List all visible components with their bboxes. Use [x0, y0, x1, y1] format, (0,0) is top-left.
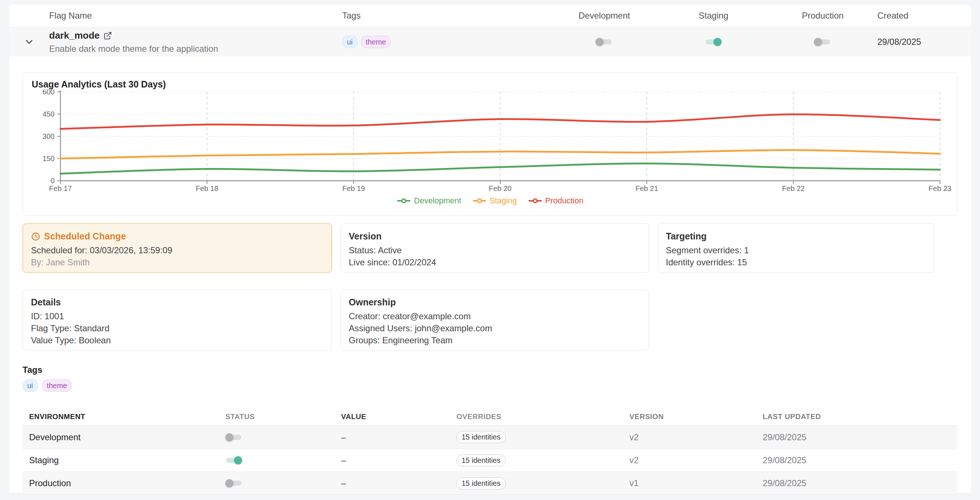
environment-table-header: ENVIRONMENT STATUS VALUE OVERRIDES VERSI…: [22, 408, 958, 426]
legend-label: Development: [414, 196, 461, 206]
flag-row[interactable]: dark_mode Enable dark mode theme for the…: [9, 27, 971, 56]
legend-item-staging[interactable]: Staging: [472, 196, 517, 206]
header-overrides: OVERRIDES: [457, 412, 629, 421]
legend-marker: [396, 198, 411, 203]
env-version: v2: [629, 432, 763, 442]
chevron-down-icon[interactable]: [24, 37, 35, 47]
ownership-creator: Creator: creator@example.com: [349, 311, 641, 321]
svg-text:Feb 18: Feb 18: [196, 184, 218, 192]
header-status: STATUS: [225, 412, 341, 421]
env-version: v1: [629, 478, 763, 488]
ownership-groups: Groups: Engineering Team: [349, 335, 641, 345]
env-value: –: [341, 478, 457, 488]
version-live-since: Live since: 01/02/2024: [349, 257, 641, 267]
legend-marker: [528, 198, 542, 203]
clock-icon: [31, 232, 40, 241]
env-value: –: [341, 432, 457, 442]
svg-text:150: 150: [43, 155, 55, 163]
external-link-icon[interactable]: [103, 31, 112, 40]
env-name: Production: [22, 478, 225, 488]
column-flag-name: Flag Name: [49, 11, 342, 21]
tag-ui[interactable]: ui: [342, 36, 358, 48]
header-value: VALUE: [341, 412, 457, 421]
legend-item-production[interactable]: Production: [528, 196, 584, 206]
chart-title: Usage Analytics (Last 30 Days): [32, 79, 948, 89]
table-row-production: Production – 15 identities v1 29/08/2025: [22, 471, 958, 495]
column-production: Production: [768, 11, 877, 21]
version-card: Version Status: Active Live since: 01/02…: [340, 224, 649, 273]
targeting-card: Targeting Segment overrides: 1 Identity …: [657, 224, 934, 273]
svg-text:Feb 17: Feb 17: [49, 184, 72, 192]
svg-text:300: 300: [43, 132, 55, 140]
legend-label: Staging: [490, 196, 517, 206]
tags-section: Tags ui theme: [22, 365, 958, 392]
chart-legend: DevelopmentStagingProduction: [32, 196, 948, 206]
flag-name: dark_mode: [49, 30, 100, 41]
env-value: –: [341, 455, 457, 465]
legend-marker: [472, 198, 487, 203]
legend-label: Production: [545, 196, 584, 206]
column-created: Created: [877, 11, 971, 21]
scheduled-change-card: Scheduled Change Scheduled for: 03/03/20…: [22, 224, 332, 273]
svg-text:Feb 19: Feb 19: [342, 184, 365, 192]
details-title: Details: [31, 297, 324, 308]
env-name: Staging: [22, 455, 225, 465]
ownership-assigned-users: Assigned Users: john@example.com: [349, 323, 641, 333]
toggle-staging[interactable]: [705, 37, 722, 46]
identity-overrides: Identity overrides: 15: [666, 257, 926, 267]
scheduled-for: Scheduled for: 03/03/2026, 13:59:09: [31, 245, 324, 255]
env-name: Development: [22, 432, 225, 442]
svg-text:600: 600: [43, 89, 55, 96]
created-date: 29/08/2025: [877, 37, 921, 46]
toggle-production[interactable]: [814, 37, 832, 46]
column-staging: Staging: [659, 11, 768, 21]
scheduled-change-title: Scheduled Change: [44, 231, 126, 241]
ownership-title: Ownership: [349, 297, 641, 308]
details-card: Details ID: 1001 Flag Type: Standard Val…: [22, 289, 332, 351]
tag-theme[interactable]: theme: [361, 36, 391, 48]
header-last-updated: LAST UPDATED: [763, 412, 958, 421]
version-status: Status: Active: [349, 245, 641, 255]
legend-item-development[interactable]: Development: [396, 196, 461, 206]
column-development: Development: [550, 11, 659, 21]
version-title: Version: [349, 231, 641, 241]
svg-text:Feb 23: Feb 23: [929, 184, 951, 192]
details-value-type: Value Type: Boolean: [31, 335, 324, 345]
overrides-badge[interactable]: 15 identities: [457, 478, 506, 489]
flag-table-header: Flag Name Tags Development Staging Produ…: [9, 4, 971, 27]
targeting-title: Targeting: [666, 231, 926, 241]
environment-table: ENVIRONMENT STATUS VALUE OVERRIDES VERSI…: [22, 408, 958, 495]
header-version: VERSION: [629, 412, 763, 421]
tag-theme[interactable]: theme: [42, 379, 72, 392]
svg-text:Feb 21: Feb 21: [636, 184, 658, 192]
svg-text:450: 450: [43, 110, 55, 118]
details-id: ID: 1001: [31, 311, 324, 321]
status-toggle-production[interactable]: [225, 479, 243, 488]
table-row-development: Development – 15 identities v2 29/08/202…: [22, 426, 958, 449]
svg-text:Feb 20: Feb 20: [489, 184, 511, 192]
env-last-updated: 29/08/2025: [763, 478, 958, 488]
toggle-development[interactable]: [596, 37, 613, 46]
status-toggle-staging[interactable]: [225, 455, 243, 465]
details-flag-type: Flag Type: Standard: [31, 323, 324, 333]
overrides-badge[interactable]: 15 identities: [457, 454, 506, 466]
flag-detail-panel: Flag Name Tags Development Staging Produ…: [9, 4, 971, 493]
scheduled-by: By: Jane Smith: [31, 257, 324, 267]
env-last-updated: 29/08/2025: [763, 455, 958, 465]
tag-ui[interactable]: ui: [22, 379, 38, 392]
env-version: v2: [629, 455, 763, 465]
header-environment: ENVIRONMENT: [22, 412, 225, 421]
svg-text:0: 0: [51, 177, 55, 185]
table-row-staging: Staging – 15 identities v2 29/08/2025: [22, 449, 958, 471]
usage-analytics-chart: 0150300450600Feb 17Feb 18Feb 19Feb 20Feb…: [32, 89, 956, 195]
usage-analytics-card: Usage Analytics (Last 30 Days) 015030045…: [22, 72, 958, 216]
svg-text:Feb 22: Feb 22: [782, 184, 805, 192]
tags-section-title: Tags: [22, 365, 958, 375]
column-tags: Tags: [342, 11, 550, 21]
flag-description: Enable dark mode theme for the applicati…: [49, 44, 342, 54]
overrides-badge[interactable]: 15 identities: [457, 431, 506, 443]
ownership-card: Ownership Creator: creator@example.com A…: [340, 289, 649, 351]
segment-overrides: Segment overrides: 1: [666, 245, 926, 255]
env-last-updated: 29/08/2025: [763, 432, 958, 442]
status-toggle-development[interactable]: [225, 433, 243, 442]
